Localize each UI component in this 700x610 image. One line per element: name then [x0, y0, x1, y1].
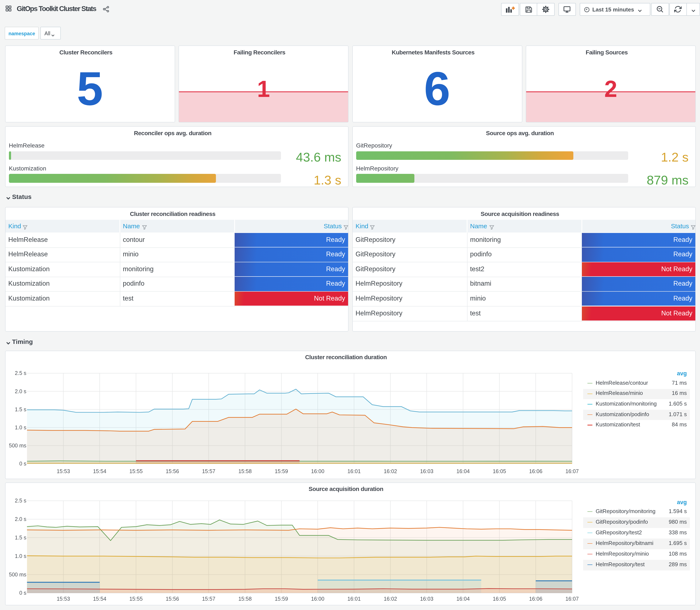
svg-text:16:05: 16:05: [493, 596, 506, 602]
svg-text:15:59: 15:59: [275, 468, 288, 474]
svg-text:15:53: 15:53: [57, 468, 70, 474]
svg-text:2.0 s: 2.0 s: [15, 516, 26, 522]
svg-text:15:56: 15:56: [166, 596, 179, 602]
svg-text:16:03: 16:03: [420, 596, 434, 602]
svg-text:16:05: 16:05: [493, 468, 506, 474]
svg-text:1.0 s: 1.0 s: [15, 553, 26, 559]
svg-text:15:55: 15:55: [129, 596, 143, 602]
svg-text:2.0 s: 2.0 s: [15, 388, 26, 394]
svg-text:16:07: 16:07: [566, 596, 579, 602]
svg-text:16:06: 16:06: [529, 468, 542, 474]
svg-text:2.5 s: 2.5 s: [15, 498, 26, 503]
svg-text:15:53: 15:53: [57, 596, 70, 602]
svg-text:15:58: 15:58: [239, 468, 252, 474]
svg-text:15:57: 15:57: [202, 468, 215, 474]
svg-text:15:59: 15:59: [275, 596, 288, 602]
svg-text:1.0 s: 1.0 s: [15, 424, 26, 430]
svg-text:2.5 s: 2.5 s: [15, 370, 26, 376]
svg-text:15:58: 15:58: [239, 596, 252, 602]
svg-text:16:02: 16:02: [384, 596, 397, 602]
svg-text:16:06: 16:06: [529, 596, 542, 602]
svg-text:500 ms: 500 ms: [9, 443, 26, 448]
svg-text:500 ms: 500 ms: [9, 572, 26, 577]
svg-text:16:03: 16:03: [420, 468, 434, 474]
svg-text:16:04: 16:04: [456, 596, 470, 602]
svg-text:16:00: 16:00: [311, 596, 325, 602]
svg-text:16:04: 16:04: [456, 468, 470, 474]
svg-text:16:01: 16:01: [347, 468, 361, 474]
svg-text:1.5 s: 1.5 s: [15, 406, 26, 412]
svg-text:0 s: 0 s: [19, 590, 26, 596]
svg-text:15:54: 15:54: [93, 596, 107, 602]
svg-text:15:54: 15:54: [93, 468, 107, 474]
svg-text:15:57: 15:57: [202, 596, 215, 602]
svg-text:16:00: 16:00: [311, 468, 325, 474]
svg-text:16:01: 16:01: [347, 596, 361, 602]
svg-text:1.5 s: 1.5 s: [15, 534, 26, 541]
svg-text:15:56: 15:56: [166, 468, 179, 474]
svg-text:16:02: 16:02: [384, 468, 397, 474]
svg-text:0 s: 0 s: [19, 461, 26, 467]
svg-text:15:55: 15:55: [129, 468, 143, 474]
svg-text:16:07: 16:07: [566, 468, 579, 474]
